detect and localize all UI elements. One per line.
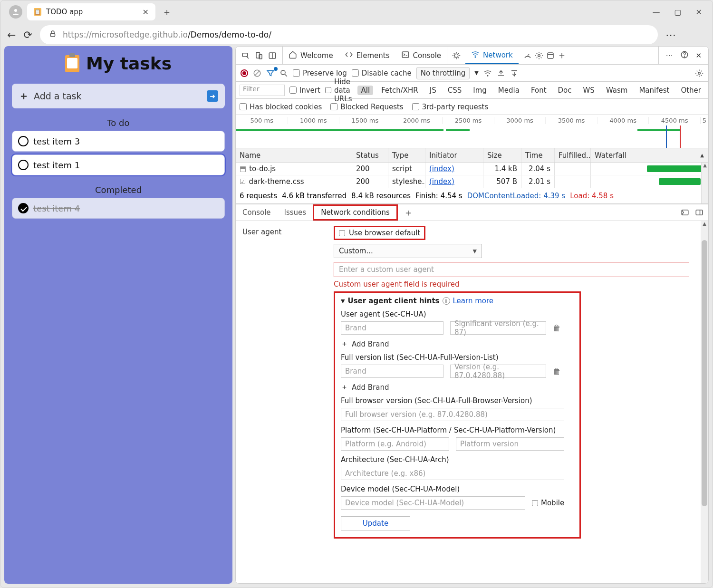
maximize-icon[interactable]: ▢ xyxy=(674,8,681,17)
tab-network[interactable]: Network xyxy=(465,47,519,64)
disable-cache-checkbox[interactable]: Disable cache xyxy=(352,69,412,77)
filter-toggle-icon[interactable] xyxy=(266,69,275,77)
custom-user-agent-input[interactable]: Enter a custom user agent xyxy=(334,262,689,277)
user-agent-select[interactable]: Custom... ▼ xyxy=(334,244,482,258)
network-timeline[interactable]: 500 ms 1000 ms 1500 ms 2000 ms 2500 ms 3… xyxy=(236,115,708,148)
initiator-link[interactable]: (index) xyxy=(429,177,454,186)
initiator-link[interactable]: (index) xyxy=(429,164,454,173)
filter-type[interactable]: Other xyxy=(677,86,704,95)
submit-task-button[interactable]: ➜ xyxy=(207,90,218,102)
drawer-add-tab[interactable]: ＋ xyxy=(398,206,419,219)
task-item-completed[interactable]: test item 4 xyxy=(12,198,225,219)
col-time[interactable]: Time xyxy=(521,148,555,162)
add-brand-button-2[interactable]: ＋ Add Brand xyxy=(341,383,574,392)
inspect-element-icon[interactable] xyxy=(241,51,250,60)
preserve-log-checkbox[interactable]: Preserve log xyxy=(293,69,347,77)
disclosure-triangle-icon[interactable]: ▼ xyxy=(341,298,345,304)
task-checkbox-done[interactable] xyxy=(18,203,29,213)
filter-type[interactable]: Fetch/XHR xyxy=(378,86,422,95)
task-checkbox[interactable] xyxy=(18,136,29,146)
add-task-input[interactable]: ＋ Add a task ➜ xyxy=(12,84,225,108)
filter-type[interactable]: JS xyxy=(426,86,440,95)
help-icon[interactable] xyxy=(680,50,689,61)
invert-checkbox[interactable]: Invert xyxy=(289,86,320,95)
refresh-button[interactable]: ⟳ xyxy=(23,29,32,41)
import-har-icon[interactable] xyxy=(497,69,505,77)
tab-close-icon[interactable]: ✕ xyxy=(143,8,149,17)
drawer-tab-console[interactable]: Console xyxy=(236,204,278,221)
settings-gear-icon[interactable] xyxy=(535,51,543,60)
close-devtools-icon[interactable]: ✕ xyxy=(695,51,702,60)
dock-side-icon[interactable] xyxy=(268,51,277,60)
table-row[interactable]: ☑dark-theme.css 200 styleshe... (index) … xyxy=(236,175,708,188)
task-checkbox[interactable] xyxy=(18,160,29,170)
full-browser-version-input[interactable]: Full browser version (e.g. 87.0.4280.88) xyxy=(341,408,564,421)
network-settings-icon[interactable] xyxy=(695,69,703,77)
mobile-checkbox[interactable]: Mobile xyxy=(532,499,564,507)
learn-more-link[interactable]: Learn more xyxy=(453,297,494,305)
col-waterfall[interactable]: Waterfall▲ xyxy=(591,148,708,162)
drawer-scrollbar[interactable]: ▲ xyxy=(701,221,708,583)
platform-version-input[interactable]: Platform version xyxy=(456,437,564,451)
drawer-tab-issues[interactable]: Issues xyxy=(278,204,313,221)
drawer-expand-icon[interactable] xyxy=(695,208,703,217)
site-info-lock-icon[interactable] xyxy=(48,29,57,40)
filter-type[interactable]: Media xyxy=(495,86,523,95)
filter-type[interactable]: Img xyxy=(470,86,490,95)
third-party-checkbox[interactable]: 3rd-party requests xyxy=(412,103,489,111)
significant-version-input[interactable]: Significant version (e.g. 87) xyxy=(450,321,546,335)
bug-icon[interactable] xyxy=(452,51,461,60)
info-icon[interactable]: i xyxy=(443,297,450,305)
record-button[interactable] xyxy=(241,69,248,77)
col-type[interactable]: Type xyxy=(388,148,425,162)
minimize-icon[interactable]: — xyxy=(652,8,660,17)
tab-welcome[interactable]: Welcome xyxy=(283,47,339,64)
add-brand-button[interactable]: ＋ Add Brand xyxy=(341,339,574,348)
more-tools-icon[interactable]: ⋯ xyxy=(665,51,674,60)
address-bar[interactable]: https://microsoftedge.github.io/Demos/de… xyxy=(40,25,658,44)
col-name[interactable]: Name xyxy=(236,148,352,162)
filter-type[interactable]: CSS xyxy=(444,86,465,95)
filter-type[interactable]: Doc xyxy=(555,86,575,95)
blocked-requests-checkbox[interactable]: Blocked Requests xyxy=(330,103,403,111)
back-button[interactable]: ← xyxy=(7,29,16,41)
version-input[interactable]: Version (e.g. 87.0.4280.88) xyxy=(450,365,546,378)
brand-input[interactable]: Brand xyxy=(341,321,443,335)
tab-console[interactable]: Console xyxy=(395,47,447,64)
new-tab-button[interactable]: ＋ xyxy=(162,6,172,19)
export-har-icon[interactable] xyxy=(510,69,519,77)
search-icon[interactable] xyxy=(279,69,288,77)
task-item[interactable]: test item 3 xyxy=(12,131,225,152)
filter-input[interactable]: Filter xyxy=(240,85,285,96)
table-scrollbar[interactable]: ▲ xyxy=(701,163,708,203)
col-status[interactable]: Status xyxy=(352,148,388,162)
update-button[interactable]: Update xyxy=(341,516,410,530)
trash-icon[interactable]: 🗑 xyxy=(553,323,561,333)
tab-elements[interactable]: Elements xyxy=(339,47,395,64)
use-browser-default-checkbox[interactable]: Use browser default xyxy=(334,226,425,240)
col-size[interactable]: Size xyxy=(483,148,521,162)
platform-input[interactable]: Platform (e.g. Android) xyxy=(341,437,449,451)
performance-icon[interactable] xyxy=(523,51,532,60)
filter-type[interactable]: Font xyxy=(528,86,550,95)
device-model-input[interactable]: Device model (Sec-CH-UA-Model) xyxy=(341,496,525,510)
drawer-dock-icon[interactable] xyxy=(681,208,689,217)
col-initiator[interactable]: Initiator xyxy=(425,148,483,162)
brand-input-2[interactable]: Brand xyxy=(341,365,443,378)
col-fulfilled[interactable]: Fulfilled... xyxy=(555,148,591,162)
add-tab-icon[interactable]: ＋ xyxy=(558,51,566,60)
throttling-select[interactable]: No throttling xyxy=(416,67,470,79)
task-item[interactable]: test item 1 xyxy=(12,154,225,175)
browser-menu-button[interactable]: ⋯ xyxy=(665,29,677,41)
architecture-input[interactable]: Architecture (e.g. x86) xyxy=(341,467,564,480)
has-blocked-cookies-checkbox[interactable]: Has blocked cookies xyxy=(240,103,322,111)
wifi-conditions-icon[interactable] xyxy=(483,69,492,77)
close-window-icon[interactable]: ✕ xyxy=(696,8,702,17)
device-emulation-icon[interactable] xyxy=(255,51,263,60)
clear-icon[interactable] xyxy=(253,69,261,77)
filter-type[interactable]: Wasm xyxy=(603,86,631,95)
drawer-tab-network-conditions[interactable]: Network conditions xyxy=(313,204,398,221)
filter-type[interactable]: WS xyxy=(580,86,598,95)
browser-tab[interactable]: 📋 TODO app ✕ xyxy=(27,3,155,20)
application-icon[interactable] xyxy=(546,51,555,60)
